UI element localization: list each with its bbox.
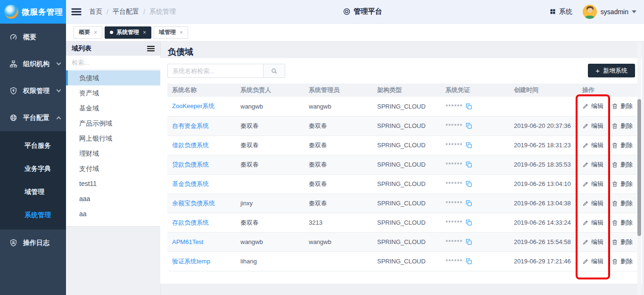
trash-icon (611, 123, 618, 129)
domain-panel: 域列表 负债域资产域基金域产品示例域网上银行域理财域支付域test11aaaaa (66, 42, 160, 295)
sidebar-item-platform-config[interactable]: 平台配置 (0, 104, 66, 131)
copy-icon[interactable] (465, 200, 472, 207)
delete-button[interactable]: 删除 (611, 238, 633, 246)
domain-list-item[interactable]: 网上银行域 (66, 131, 160, 146)
copy-icon[interactable] (465, 103, 472, 110)
system-name-link[interactable]: 基金负债系统 (172, 180, 209, 187)
username[interactable]: sysadmin (601, 8, 628, 16)
avatar[interactable] (583, 5, 597, 19)
user-menu-caret-icon[interactable] (632, 10, 636, 13)
credential-cell: ****** (441, 155, 509, 174)
system-admin-cell: 3213 (304, 213, 372, 232)
menu-collapse-icon[interactable] (70, 6, 83, 18)
edit-button[interactable]: 编辑 (582, 219, 603, 227)
platform-title-wrap: 管理平台 (176, 7, 549, 16)
edit-button[interactable]: 编辑 (582, 180, 603, 188)
edit-button[interactable]: 编辑 (582, 160, 603, 169)
system-admin-cell: 秦双春 (304, 194, 372, 213)
system-name-cell: 验证系统temp (167, 252, 236, 271)
add-system-button[interactable]: + 新增系统 (588, 64, 635, 77)
system-name-link[interactable]: 贷款负债系统 (172, 161, 209, 168)
sidebar-subitem-domain-mgmt[interactable]: 域管理 (0, 180, 66, 203)
edit-button[interactable]: 编辑 (582, 199, 603, 208)
close-icon[interactable]: × (94, 29, 97, 36)
copy-icon[interactable] (465, 238, 472, 245)
system-search-input[interactable] (167, 64, 263, 78)
domain-list-item[interactable]: 支付域 (66, 161, 160, 176)
add-system-label: 新增系统 (603, 67, 627, 75)
tab-system-mgmt[interactable]: 系统管理× (105, 26, 151, 39)
system-name-link[interactable]: APM61Test (172, 238, 203, 245)
delete-button[interactable]: 删除 (611, 257, 633, 266)
edit-button[interactable]: 编辑 (582, 238, 603, 246)
edit-button[interactable]: 编辑 (582, 141, 603, 150)
sidebar-item-label: 概要 (23, 33, 60, 42)
delete-button[interactable]: 删除 (611, 141, 633, 150)
system-owner-cell (236, 174, 304, 194)
delete-button[interactable]: 删除 (611, 122, 633, 130)
edit-button[interactable]: 编辑 (582, 102, 603, 110)
trash-icon (611, 239, 618, 245)
copy-icon[interactable] (465, 258, 472, 265)
table-row: 基金负债系统秦双春SPRING_CLOUD******2019-06-26 13… (167, 174, 637, 194)
scrollbar-track[interactable] (637, 42, 641, 295)
edit-button[interactable]: 编辑 (582, 257, 603, 266)
system-name-link[interactable]: 自有资金系统 (172, 122, 209, 129)
edit-label: 编辑 (591, 199, 603, 208)
system-name-link[interactable]: ZooKeeper系统 (172, 102, 215, 110)
domain-search-input[interactable] (67, 59, 155, 66)
delete-button[interactable]: 删除 (611, 199, 633, 208)
close-icon[interactable]: × (180, 29, 183, 36)
system-name-link[interactable]: 验证系统temp (172, 258, 210, 265)
scrollbar-thumb[interactable] (637, 99, 641, 236)
sidebar-item-overview[interactable]: 概要 (0, 24, 66, 51)
sidebar-item-permission[interactable]: 权限管理 (0, 77, 66, 104)
sidebar-item-operation-log[interactable]: 操作日志 (0, 229, 66, 256)
tab-domain-mgmt[interactable]: 域管理× (154, 26, 188, 39)
system-name-link[interactable]: 余额宝负债系统 (172, 200, 215, 207)
delete-button[interactable]: 删除 (611, 180, 633, 188)
domain-list-item[interactable]: 资产域 (66, 85, 160, 101)
domain-list-item[interactable]: aaa (66, 191, 160, 206)
delete-button[interactable]: 删除 (611, 160, 633, 169)
system-name-link[interactable]: 存款负债系统 (172, 219, 209, 226)
app-logo[interactable]: 微服务管理 (0, 0, 66, 24)
domain-list-item[interactable]: 负债域 (66, 70, 160, 85)
breadcrumb-item[interactable]: 首页 (89, 8, 102, 16)
sidebar-subitem-business-dict[interactable]: 业务字典 (0, 157, 66, 180)
table-row: 贷款负债系统秦双春秦双春SPRING_CLOUD******2019-06-25… (167, 155, 637, 174)
domain-list-item[interactable]: aa (66, 206, 160, 221)
close-icon[interactable]: × (143, 29, 146, 36)
delete-button[interactable]: 删除 (611, 219, 633, 227)
copy-icon[interactable] (465, 219, 472, 226)
domain-list-item[interactable]: 基金域 (66, 101, 160, 116)
domain-panel-menu-icon[interactable] (146, 44, 156, 53)
copy-icon[interactable] (465, 161, 472, 168)
breadcrumb: 首页/平台配置/系统管理 (89, 8, 176, 16)
search-icon[interactable] (155, 59, 156, 66)
copy-icon[interactable] (465, 142, 472, 149)
domain-list-item[interactable]: test11 (66, 176, 160, 191)
row-actions: 编辑删除 (582, 219, 637, 227)
domain-list-item[interactable]: 理财域 (66, 146, 160, 161)
tab-label: 概要 (79, 28, 90, 36)
table-row: APM61TestwangwbwangwbSPRING_CLOUD******2… (167, 232, 637, 252)
domain-list-item[interactable]: 产品示例域 (66, 116, 160, 131)
workspace-grid-icon[interactable] (549, 8, 556, 15)
tab-overview[interactable]: 概要× (74, 26, 102, 39)
breadcrumb-separator: / (143, 8, 145, 16)
workspace-label[interactable]: 系统 (559, 8, 572, 16)
search-button[interactable] (263, 64, 285, 78)
copy-icon[interactable] (465, 180, 472, 187)
edit-button[interactable]: 编辑 (582, 122, 603, 130)
system-search-group (167, 64, 285, 78)
column-header: 架构类型 (372, 84, 441, 97)
sidebar-item-organization[interactable]: 组织机构 (0, 51, 66, 77)
delete-button[interactable]: 删除 (611, 102, 633, 110)
sidebar-subitem-system-mgmt[interactable]: 系统管理 (0, 203, 66, 227)
sidebar-subitem-platform-service[interactable]: 平台服务 (0, 134, 66, 157)
breadcrumb-item[interactable]: 平台配置 (113, 8, 139, 16)
pencil-icon (582, 239, 589, 245)
copy-icon[interactable] (465, 122, 472, 129)
system-name-link[interactable]: 借款负债系统 (172, 142, 209, 149)
